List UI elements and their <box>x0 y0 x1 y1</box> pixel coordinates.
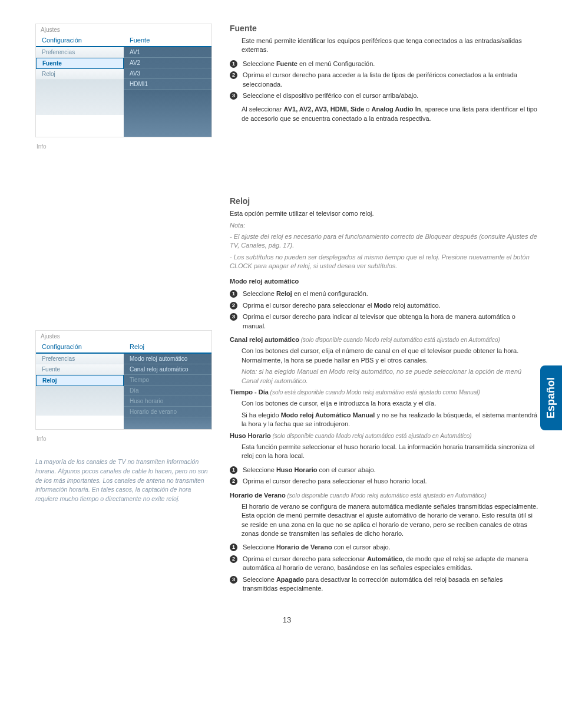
menu-right-header: Fuente <box>124 34 211 47</box>
menu-left-header: Configuración <box>36 34 124 47</box>
menu-title: Ajustes <box>36 331 211 341</box>
menu-right-item: AV3 <box>124 68 211 79</box>
left-column: Ajustes Configuración Preferencias Fuent… <box>35 24 212 598</box>
canal-nota: Nota: si ha elegido Manual en Modo reloj… <box>242 367 538 386</box>
step-item: 3Seleccione el dispositivo periférico co… <box>230 91 538 100</box>
menu-left-header: Configuración <box>36 341 124 354</box>
step-number-icon: 2 <box>230 555 237 563</box>
reloj-nota2: - Los subtítulos no pueden ser desplegad… <box>230 253 538 271</box>
menu-item: Preferencias <box>36 354 124 364</box>
info-label: Info <box>35 140 212 153</box>
menu-item-selected: Fuente <box>36 58 124 69</box>
step-item: 2Oprima el cursor derecho para seleccion… <box>230 301 538 310</box>
tiempo-body1: Con los botones de cursor, elija e intro… <box>242 399 538 408</box>
menu-item: Preferencias <box>36 47 124 58</box>
menu-right-item: AV2 <box>124 58 211 68</box>
step-item: 2Oprima el cursor derecho para seleccion… <box>230 555 538 573</box>
menu-right-header: Reloj <box>124 341 211 354</box>
heading-fuente: Fuente <box>230 24 538 33</box>
step-item: 1Seleccione Huso Horario con el cursor a… <box>230 466 538 475</box>
step-number-icon: 3 <box>230 313 237 321</box>
step-item: 1Seleccione Reloj en el menú configuraci… <box>230 289 538 298</box>
reloj-intro: Esta opción permite utilizar el televiso… <box>230 209 538 218</box>
menu-right-item: AV1 <box>124 47 211 58</box>
menu-right-item: Modo reloj automático <box>124 354 211 364</box>
step-item: 1Seleccione Fuente en el menú Configurac… <box>230 60 538 68</box>
subheading-canal: Canal reloj automático (solo disponible … <box>230 335 538 344</box>
canal-body: Con los botones del cursor, elija el núm… <box>242 347 538 365</box>
menu-screenshot-fuente: Ajustes Configuración Preferencias Fuent… <box>35 24 212 137</box>
language-tab: Español <box>540 365 562 430</box>
subheading-huso: Huso Horario (solo disponible cuando Mod… <box>230 431 538 440</box>
menu-right-item: Huso horario <box>124 396 211 407</box>
step-item: 2Oprima el cursor derecho para acceder a… <box>230 71 538 89</box>
right-column: Fuente Este menú permite identificar los… <box>230 24 538 598</box>
step-item: 1Seleccione Horario de Verano con el cur… <box>230 543 538 552</box>
fuente-note: Al seleccionar AV1, AV2, AV3, HDMI, Side… <box>242 105 538 123</box>
tiempo-body2: Si ha elegido Modo reloj Automático Manu… <box>242 411 538 429</box>
menu-title: Ajustes <box>36 24 211 34</box>
reloj-nota1: - El ajuste del reloj es necesario para … <box>230 232 538 251</box>
side-note: La mayoría de los canales de TV no trans… <box>35 457 212 504</box>
subheading-tiempo: Tiempo - Día (solo está disponible cuand… <box>230 388 538 397</box>
menu-screenshot-reloj: Ajustes Configuración Preferencias Fuent… <box>35 330 212 430</box>
step-item: 3Seleccione Apagado para desactivar la c… <box>230 575 538 594</box>
huso-body: Esta función permite seleccionar el huso… <box>242 443 538 461</box>
step-number-icon: 3 <box>230 576 237 584</box>
menu-item-selected: Reloj <box>36 375 124 386</box>
menu-right-item: Tiempo <box>124 375 211 386</box>
subheading-verano: Horario de Verano (solo disponible cuand… <box>230 491 538 500</box>
verano-body: El horario de verano se configura de man… <box>242 502 538 539</box>
page-number: 13 <box>35 615 538 624</box>
reloj-nota-label: Nota: <box>230 221 538 230</box>
step-item: 3Oprima el cursor derecho para indicar a… <box>230 312 538 331</box>
step-number-icon: 1 <box>230 543 237 551</box>
info-label: Info <box>35 432 212 446</box>
menu-right-item: Día <box>124 386 211 396</box>
step-number-icon: 1 <box>230 60 237 68</box>
step-number-icon: 3 <box>230 92 237 100</box>
subheading-modo: Modo reloj automático <box>230 278 538 285</box>
step-number-icon: 2 <box>230 477 237 485</box>
step-number-icon: 1 <box>230 466 237 474</box>
menu-right-item: Canal reloj automático <box>124 364 211 375</box>
step-number-icon: 2 <box>230 302 237 309</box>
heading-reloj: Reloj <box>230 196 538 206</box>
step-number-icon: 1 <box>230 290 237 298</box>
menu-right-item: Horario de verano <box>124 407 211 417</box>
menu-right-item: HDMI1 <box>124 79 211 90</box>
fuente-intro: Este menú permite identificar los equipo… <box>242 37 538 55</box>
step-item: 2Oprima el cursor derecho para seleccion… <box>230 477 538 486</box>
menu-item: Fuente <box>36 364 124 375</box>
menu-item: Reloj <box>36 69 124 80</box>
step-number-icon: 2 <box>230 71 237 79</box>
